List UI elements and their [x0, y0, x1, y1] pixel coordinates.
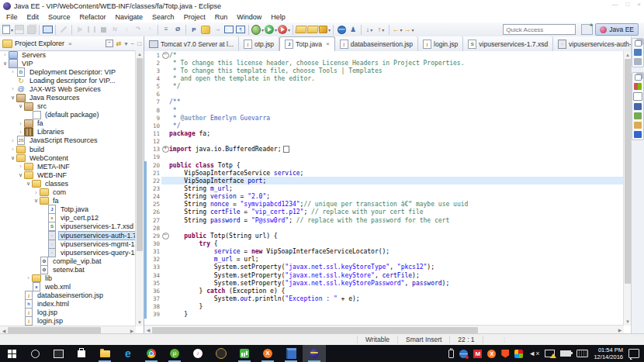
tree-item-vipuserservices-mgmt-1[interactable]: ◦vipuserservices-mgmt-1: [0, 240, 136, 248]
suspend-button[interactable]: [86, 24, 97, 36]
tree-item-deployment-descriptor-vip[interactable]: ›DDeployment Descriptor: VIP: [0, 67, 136, 76]
scroll-up-arrow[interactable]: ▲: [136, 50, 144, 58]
open-search-dialog-button[interactable]: Ø: [172, 24, 183, 36]
editor-tab-databaseinsertion.jsp[interactable]: jdatabaseinsertion.jsp: [335, 36, 418, 51]
next-annotation-button[interactable]: →: [212, 24, 223, 36]
file-explorer-app[interactable]: [93, 345, 116, 362]
chevron-down-icon[interactable]: ▾: [261, 27, 264, 33]
task-list-view-icon[interactable]: [634, 58, 642, 65]
chevron-down-icon[interactable]: ▾: [328, 27, 331, 33]
tree-item-com[interactable]: ›com: [0, 188, 136, 197]
audio-app[interactable]: [209, 345, 233, 362]
editor-tab-vipuserservices-1.7.xsd[interactable]: Svipuserservices-1.7.xsd: [463, 36, 553, 51]
expand-arrow-icon[interactable]: ›: [17, 121, 24, 126]
tree-item-classes[interactable]: ∨classes: [0, 179, 136, 188]
expand-arrow-icon[interactable]: ›: [17, 129, 24, 135]
view-menu-button[interactable]: ▾: [124, 40, 127, 47]
disconnect-button[interactable]: N: [109, 24, 120, 36]
usb-tray-icon[interactable]: [448, 350, 454, 358]
tree-item-java-resources[interactable]: ∨Java Resources: [0, 93, 136, 102]
menu-project[interactable]: Project: [179, 13, 210, 21]
fold-expand-icon[interactable]: +: [162, 146, 169, 153]
expand-arrow-icon[interactable]: ›: [17, 164, 24, 169]
quick-access-input[interactable]: [503, 24, 576, 35]
outline-view-icon[interactable]: [634, 49, 642, 56]
collapse-arrow-icon[interactable]: ∨: [17, 103, 24, 109]
scrollbar-thumb[interactable]: [8, 327, 101, 333]
menu-help[interactable]: Help: [266, 13, 290, 21]
tree-item-databaseinsertion.jsp[interactable]: jdatabaseinsertion.jsp: [0, 291, 136, 300]
search-button[interactable]: [58, 24, 69, 36]
menu-navigate[interactable]: Navigate: [111, 13, 148, 21]
save-button[interactable]: [14, 24, 25, 36]
folded-region-icon[interactable]: [283, 146, 289, 153]
collapse-all-button[interactable]: −: [106, 40, 113, 47]
export-war-button[interactable]: ↑▾: [376, 24, 386, 36]
deploy-button[interactable]: ♟: [348, 24, 358, 36]
chevron-down-icon[interactable]: ▾: [382, 27, 384, 33]
tree-item-fa[interactable]: ›fa: [0, 119, 136, 128]
avast-tray-icon[interactable]: [501, 350, 509, 358]
step-return-button[interactable]: ↑: [144, 24, 155, 36]
tree-item-servers[interactable]: ›Servers: [0, 50, 136, 59]
open-file-button[interactable]: [296, 24, 306, 36]
project-explorer-tab[interactable]: Project Explorer ×: [2, 40, 72, 48]
editor-tab-totp.java[interactable]: JTotp.java×: [279, 36, 335, 51]
tree-item-jax-ws-web-services[interactable]: ›@JAX-WS Web Services: [0, 84, 136, 93]
chevron-down-icon[interactable]: ▾: [275, 27, 277, 33]
collapse-arrow-icon[interactable]: ∨: [17, 172, 24, 178]
shareit-app[interactable]: [233, 345, 256, 362]
show-pilcrow-button[interactable]: ¶: [235, 24, 246, 36]
fold-collapse-icon[interactable]: −: [162, 52, 169, 59]
restore-views-icon[interactable]: [635, 74, 642, 81]
chevron-down-icon[interactable]: ▾: [370, 27, 372, 33]
touch-keyboard-tray-icon[interactable]: [576, 350, 588, 357]
forward-button[interactable]: →▾: [403, 24, 414, 36]
xampp-app[interactable]: X: [256, 345, 279, 362]
tree-item-javascript-resources[interactable]: ›JSJavaScript Resources: [0, 136, 136, 145]
expand-arrow-icon[interactable]: ›: [33, 190, 40, 195]
clock[interactable]: 01:54 PM12/14/2016: [594, 346, 623, 360]
cortana-search-button[interactable]: [23, 345, 47, 362]
editor-tab-login.jsp[interactable]: jlogin.jsp: [418, 36, 463, 51]
scrollbar-thumb[interactable]: [137, 58, 143, 251]
fold-collapse-icon[interactable]: −: [162, 233, 169, 240]
chevron-down-icon[interactable]: ▾: [412, 27, 414, 33]
mega-tray-icon[interactable]: M: [473, 350, 482, 358]
expand-arrow-icon[interactable]: ›: [9, 86, 16, 91]
start-button[interactable]: [0, 345, 23, 362]
chevron-down-icon[interactable]: ▾: [400, 27, 403, 33]
battery-tray-icon[interactable]: [560, 350, 571, 357]
scroll-down-arrow[interactable]: ▼: [136, 319, 144, 326]
menu-search[interactable]: Search: [147, 13, 179, 21]
expand-arrow-icon[interactable]: ›: [2, 52, 9, 57]
tree-item-build[interactable]: ›build: [0, 145, 136, 153]
import-war-button[interactable]: ↓▾: [364, 24, 375, 36]
action-center-button[interactable]: [628, 349, 639, 358]
editor-tab-tomcat-v7.0-server-at-l...[interactable]: Tomcat v7.0 Server at l...: [144, 36, 239, 51]
debug-button[interactable]: ▾: [251, 24, 264, 36]
chevron-down-icon[interactable]: ▾: [11, 27, 13, 33]
tree-item-webcontent[interactable]: ∨WebContent: [0, 153, 136, 162]
tree-item-meta-inf[interactable]: ›META-INF: [0, 162, 136, 171]
new-wizard-button[interactable]: ▾: [2, 24, 13, 36]
close-icon[interactable]: ×: [326, 40, 330, 47]
tree-item-setenv.bat[interactable]: ⚙setenv.bat: [0, 265, 136, 274]
step-into-button[interactable]: ↓: [121, 24, 132, 36]
itunes-app[interactable]: ♪: [186, 345, 209, 362]
open-perspective-button[interactable]: [581, 24, 593, 35]
menu-window[interactable]: Window: [232, 13, 266, 21]
window-close-button[interactable]: ×: [637, 1, 641, 8]
terminate-button[interactable]: [98, 24, 109, 36]
run-button[interactable]: ▾: [265, 24, 277, 36]
network-warning-tray-icon[interactable]: [545, 350, 555, 357]
save-all-button[interactable]: [26, 24, 36, 36]
task-view-button[interactable]: [47, 345, 70, 362]
virtualbox-app[interactable]: [279, 345, 303, 362]
data-source-explorer-view-icon[interactable]: [634, 112, 642, 119]
back-button[interactable]: ←▾: [392, 24, 403, 36]
open-console-button[interactable]: [42, 24, 53, 36]
scrollbar-thumb[interactable]: [625, 59, 631, 284]
expand-arrow-icon[interactable]: ›: [9, 138, 16, 143]
tree-item-loading-descriptor-for-vip...[interactable]: ↻Loading descriptor for VIP...: [0, 76, 136, 84]
